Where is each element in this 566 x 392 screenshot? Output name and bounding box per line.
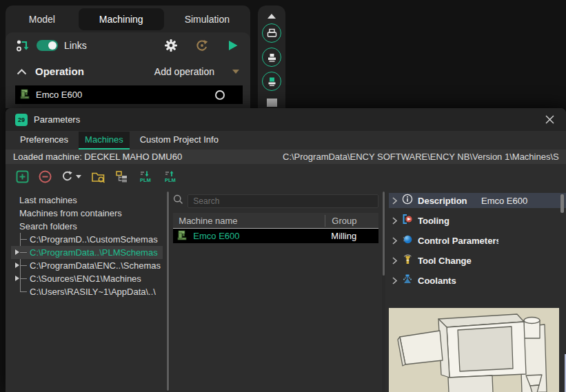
- tab-simulation[interactable]: Simulation: [164, 8, 250, 30]
- properties-scrollbar-thumb[interactable]: [560, 194, 564, 213]
- ency-logo-icon: 29: [15, 114, 28, 126]
- machines-scrollbar[interactable]: [382, 192, 385, 392]
- section-tooling[interactable]: Tooling: [389, 213, 566, 228]
- links-toggle[interactable]: [37, 40, 58, 51]
- scrollbar-thumb[interactable]: [167, 192, 169, 391]
- dialog-content: Last machines Machines from containers S…: [11, 192, 566, 392]
- section-control-parameters[interactable]: Control Parameters: [389, 233, 566, 248]
- control-parameters-icon: [402, 234, 413, 247]
- dialog-tabbar: Preferences Machines Custom Project Info: [6, 131, 566, 149]
- parameters-dialog: 29 Parameters Preferences Machines Custo…: [6, 108, 566, 392]
- machine-icon: [19, 88, 30, 102]
- search-folder-icon[interactable]: [91, 170, 105, 183]
- tab-machines[interactable]: Machines: [79, 132, 130, 149]
- tab-model[interactable]: Model: [6, 8, 79, 30]
- settings-gear-icon[interactable]: [163, 38, 179, 53]
- toggle-knob: [48, 41, 57, 50]
- dialog-titlebar: 29 Parameters: [6, 108, 566, 131]
- svg-text:PLM: PLM: [165, 177, 176, 183]
- column-group[interactable]: Group: [325, 215, 378, 227]
- machine-icon: [176, 229, 188, 243]
- list-item-last-machines[interactable]: Last machines: [11, 194, 163, 207]
- scrollbar-thumb[interactable]: [383, 192, 385, 276]
- search-row: [173, 194, 378, 208]
- close-icon[interactable]: [543, 113, 556, 127]
- properties-pane: Description Emco E600 Tooling: [389, 192, 566, 392]
- list-item-search-folders[interactable]: Search folders: [11, 220, 163, 233]
- list-item-machines-from-containers[interactable]: Machines from containers: [11, 207, 163, 220]
- operation-header: Operation Add operation: [6, 59, 250, 84]
- machining-subpanel: Links: [6, 32, 250, 108]
- machine-state-button-1[interactable]: [262, 23, 281, 43]
- folders-pane: Last machines Machines from containers S…: [11, 192, 163, 392]
- svg-text:PLM: PLM: [140, 177, 151, 183]
- add-machine-icon[interactable]: [16, 170, 29, 183]
- main-tabbar: Model Machining Simulation: [6, 6, 250, 32]
- tree-structure-icon[interactable]: [115, 170, 128, 183]
- dialog-title: Parameters: [34, 114, 80, 125]
- machine-state-toolbar: [258, 6, 285, 116]
- column-machine-name[interactable]: Machine name: [173, 216, 325, 226]
- app-screen: Model Machining Simulation Links: [0, 0, 566, 392]
- sync-simulation-icon[interactable]: [194, 38, 210, 53]
- remove-machine-icon[interactable]: [39, 170, 52, 183]
- section-coolants[interactable]: Coolants: [389, 273, 566, 288]
- tree-item[interactable]: C:\ProgramData\ENC..\Schemas: [11, 259, 163, 272]
- refresh-caret-icon[interactable]: [76, 175, 81, 178]
- loaded-machine-label: Loaded machine: DECKEL MAHO DMU60: [13, 149, 182, 164]
- machine-state-button-2[interactable]: [262, 48, 281, 67]
- tree-item[interactable]: C:\Sources\ENC1\Machines: [11, 272, 163, 285]
- tree-item[interactable]: C:\ProgramD..\CustomSchemas: [11, 233, 163, 246]
- tree-item-selected[interactable]: C:\ProgramData..\PLMSchemas: [11, 246, 163, 259]
- loaded-machine-bar: Loaded machine: DECKEL MAHO DMU60 C:\Pro…: [6, 149, 566, 164]
- folders-tree: C:\ProgramD..\CustomSchemas C:\ProgramDa…: [11, 233, 163, 298]
- collapse-chevron-icon[interactable]: [17, 65, 27, 78]
- search-icon: [173, 194, 183, 207]
- plm-upload-icon[interactable]: PLM: [163, 170, 178, 183]
- machine-group-cell: Milling: [325, 231, 378, 241]
- machine-state-button-4[interactable]: [267, 99, 277, 107]
- machines-pane: Machine name Group Emco E: [173, 192, 378, 392]
- coolants-icon: [402, 274, 413, 287]
- table-row[interactable]: Emco E600 Milling: [173, 229, 378, 243]
- scroll-up-icon[interactable]: [267, 14, 276, 19]
- play-icon[interactable]: [225, 38, 241, 53]
- search-input[interactable]: [188, 194, 378, 208]
- expand-arrow-icon[interactable]: [15, 276, 19, 281]
- loaded-machine-path: C:\ProgramData\ENCY SOFTWARE\ENCY NB\Ver…: [283, 149, 559, 164]
- machines-toolbar: PLM PLM: [6, 164, 566, 189]
- tree-item[interactable]: C:\Users\RASILY~1\AppData\..\: [11, 285, 163, 298]
- machines-table-header[interactable]: Machine name Group: [173, 213, 378, 229]
- folders-scrollbar[interactable]: [166, 192, 170, 392]
- tool-change-icon: [402, 254, 413, 267]
- operation-radio[interactable]: [215, 90, 225, 100]
- add-operation-caret-icon[interactable]: [232, 70, 239, 74]
- add-operation-button[interactable]: Add operation: [154, 66, 214, 77]
- workspace-panel: Model Machining Simulation Links: [6, 6, 250, 108]
- refresh-icon[interactable]: [61, 170, 81, 183]
- tooling-icon: [402, 214, 413, 227]
- links-label: Links: [64, 40, 87, 51]
- expand-arrow-icon[interactable]: [15, 262, 19, 268]
- info-icon: [402, 194, 413, 207]
- operation-name: Emco E600: [36, 90, 82, 100]
- operation-title: Operation: [35, 65, 84, 77]
- machine-preview-image: [389, 308, 559, 392]
- machine-state-button-3[interactable]: [262, 72, 281, 91]
- operation-row[interactable]: Emco E600: [15, 85, 243, 104]
- description-value: Emco E600: [481, 196, 527, 206]
- machine-name-cell: Emco E600: [193, 231, 239, 241]
- tab-custom-project-info[interactable]: Custom Project Info: [134, 132, 225, 149]
- expand-arrow-icon[interactable]: [15, 249, 19, 255]
- section-tool-change[interactable]: Tool Change: [389, 253, 566, 268]
- link-nodes-icon[interactable]: [15, 38, 30, 53]
- tab-machining[interactable]: Machining: [79, 8, 164, 30]
- plm-download-icon[interactable]: PLM: [138, 170, 153, 183]
- links-toolbar: Links: [6, 32, 250, 59]
- tab-preferences[interactable]: Preferences: [14, 132, 74, 149]
- section-description[interactable]: Description Emco E600: [389, 193, 566, 208]
